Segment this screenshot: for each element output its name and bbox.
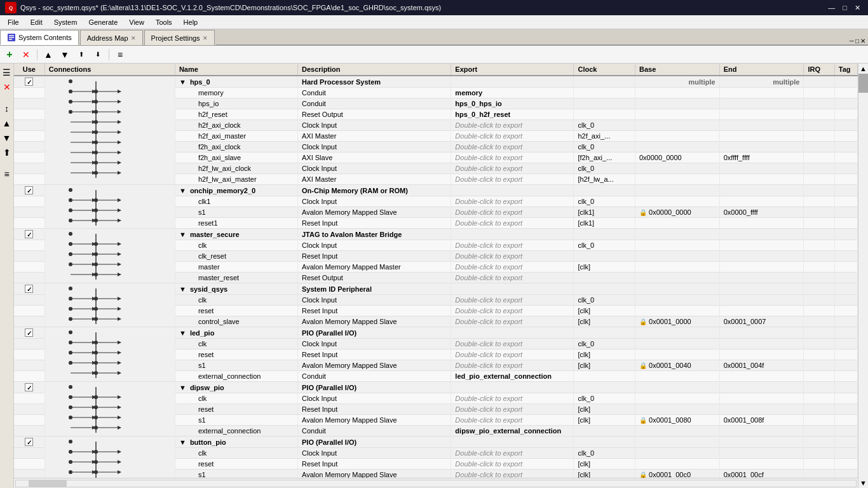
tab-restore-btn[interactable]: □ [855, 37, 859, 44]
filter-button[interactable]: ≡ [113, 48, 127, 62]
child-export[interactable]: Double-click to export [451, 393, 574, 404]
move-top-button[interactable]: ⬆ [74, 48, 88, 62]
export-value[interactable]: Double-click to export [455, 351, 522, 358]
remove-component-button[interactable]: ✕ [19, 48, 33, 62]
table-row[interactable]: ▼ onchip_memory2_0 On-Chip Memory (RAM o… [14, 185, 858, 196]
component-name[interactable]: ▼ button_pio [175, 437, 297, 448]
child-export[interactable]: Double-click to export [451, 262, 574, 273]
expand-icon[interactable]: ▼ [179, 231, 186, 238]
export-value[interactable]: Double-click to export [455, 318, 522, 325]
table-wrapper[interactable]: Use Connections Name Description Export … [14, 64, 858, 478]
export-value[interactable]: Double-click to export [455, 405, 522, 413]
child-export[interactable]: Double-click to export [451, 448, 574, 459]
export-value[interactable]: dipsw_pio_external_connection [455, 427, 561, 435]
use-checkbox[interactable] [25, 438, 33, 446]
child-export[interactable]: Double-click to export [451, 218, 574, 229]
child-export[interactable]: Double-click to export [451, 316, 574, 327]
expand-icon[interactable]: ▼ [179, 187, 186, 194]
component-name[interactable]: ▼ master_secure [175, 229, 297, 240]
child-export[interactable]: Double-click to export [451, 163, 574, 174]
export-value[interactable]: Double-click to export [455, 132, 522, 140]
export-value[interactable]: Double-click to export [455, 252, 522, 260]
component-name[interactable]: ▼ onchip_memory2_0 [175, 185, 297, 196]
export-value[interactable]: Double-click to export [455, 241, 522, 249]
child-export[interactable]: Double-click to export [451, 339, 574, 349]
child-export[interactable]: Double-click to export [451, 174, 574, 185]
tab-close-btn[interactable]: ✕ [860, 37, 865, 44]
export-value[interactable]: Double-click to export [455, 121, 522, 129]
use-checkbox[interactable] [25, 186, 33, 194]
export-value[interactable]: Double-click to export [455, 219, 522, 227]
component-name[interactable]: ▼ dipsw_pio [175, 382, 297, 393]
expand-icon[interactable]: ▼ [179, 384, 186, 391]
bottom-scrollbar[interactable] [14, 478, 858, 488]
left-icon-1[interactable]: ☰ [1, 66, 12, 79]
move-bottom-button[interactable]: ⬇ [91, 48, 105, 62]
expand-icon[interactable]: ▼ [179, 78, 186, 86]
tab-address-map-close[interactable]: ✕ [131, 35, 136, 41]
tab-address-map[interactable]: Address Map ✕ [80, 30, 143, 45]
left-icon-6[interactable]: ⬆ [2, 146, 12, 159]
export-value[interactable]: Double-click to export [455, 198, 522, 205]
menu-help[interactable]: Help [179, 17, 203, 27]
export-value[interactable]: Double-click to export [455, 154, 522, 161]
filter-icon[interactable]: ≡ [3, 168, 10, 180]
tab-minimize-btn[interactable]: ─ [850, 37, 854, 44]
scroll-up-btn[interactable]: ▲ [858, 64, 868, 74]
move-up-button[interactable]: ▲ [41, 48, 55, 62]
child-export[interactable]: Double-click to export [451, 240, 574, 251]
title-bar-controls[interactable]: — □ ✕ [825, 4, 863, 12]
child-export[interactable]: Double-click to export [451, 142, 574, 152]
tab-project-settings[interactable]: Project Settings ✕ [144, 30, 215, 45]
child-export[interactable]: Double-click to export [451, 306, 574, 316]
menu-tools[interactable]: Tools [151, 17, 177, 27]
component-name[interactable]: ▼ led_pio [175, 327, 297, 339]
minimize-button[interactable]: — [825, 4, 837, 12]
child-export[interactable]: Double-click to export [451, 152, 574, 163]
export-value[interactable]: Double-click to export [455, 263, 522, 271]
child-export[interactable]: dipsw_pio_external_connection [451, 426, 574, 437]
child-export[interactable]: Double-click to export [451, 196, 574, 207]
tab-project-settings-close[interactable]: ✕ [203, 35, 208, 41]
table-row[interactable]: ▼ master_secure JTAG to Avalon Master Br… [14, 229, 858, 240]
child-export[interactable]: hps_0_hps_io [451, 98, 574, 109]
maximize-button[interactable]: □ [840, 4, 850, 12]
export-value[interactable]: Double-click to export [455, 296, 522, 304]
child-export[interactable]: Double-click to export [451, 360, 574, 371]
use-checkbox[interactable] [25, 230, 33, 238]
menu-edit[interactable]: Edit [25, 17, 48, 27]
child-export[interactable]: Double-click to export [451, 120, 574, 131]
move-down-button[interactable]: ▼ [58, 48, 72, 62]
export-value[interactable]: memory [455, 89, 482, 97]
close-button[interactable]: ✕ [852, 4, 863, 12]
child-export[interactable]: hps_0_h2f_reset [451, 109, 574, 120]
export-value[interactable]: hps_0_hps_io [455, 100, 501, 107]
add-component-button[interactable]: + [3, 48, 17, 62]
export-value[interactable]: led_pio_external_connection [455, 372, 552, 380]
use-checkbox[interactable] [25, 329, 33, 337]
menu-file[interactable]: File [3, 17, 24, 27]
table-row[interactable]: ▼ hps_0 Hard Processor System multiple m… [14, 76, 858, 88]
child-export[interactable]: Double-click to export [451, 459, 574, 470]
scroll-down-btn[interactable]: ▼ [858, 478, 868, 488]
child-export[interactable]: Double-click to export [451, 415, 574, 426]
export-value[interactable]: Double-click to export [455, 460, 522, 468]
table-row[interactable]: ▼ led_pio PIO (Parallel I/O) [14, 327, 858, 339]
menu-system[interactable]: System [49, 17, 83, 27]
menu-generate[interactable]: Generate [83, 17, 123, 27]
component-name[interactable]: ▼ sysid_qsys [175, 283, 297, 295]
export-value[interactable]: Double-click to export [455, 307, 522, 315]
expand-icon[interactable]: ▼ [179, 438, 186, 446]
export-value[interactable]: Double-click to export [455, 416, 522, 424]
table-row[interactable]: ▼ sysid_qsys System ID Peripheral [14, 283, 858, 295]
child-export[interactable]: Double-click to export [451, 295, 574, 306]
table-row[interactable]: ▼ dipsw_pio PIO (Parallel I/O) [14, 382, 858, 393]
export-value[interactable]: Double-click to export [455, 449, 522, 457]
table-row[interactable]: ▼ button_pio PIO (Parallel I/O) [14, 437, 858, 448]
left-icon-4[interactable]: ▲ [1, 117, 13, 130]
child-export[interactable]: Double-click to export [451, 349, 574, 360]
export-value[interactable]: Double-click to export [455, 471, 522, 478]
left-icon-5[interactable]: ▼ [1, 132, 13, 144]
expand-icon[interactable]: ▼ [179, 285, 186, 293]
tab-system-contents[interactable]: System Contents [0, 30, 79, 45]
